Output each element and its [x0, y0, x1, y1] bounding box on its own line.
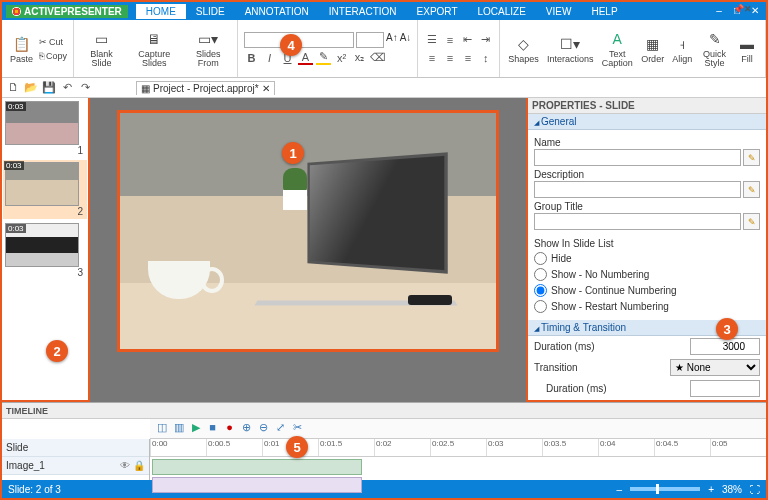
- clip-slide[interactable]: [152, 459, 362, 475]
- duration-input[interactable]: [690, 338, 760, 355]
- status-bar: Slide: 2 of 3 – + 38% ⛶: [2, 480, 766, 498]
- align-right-icon[interactable]: ≡: [460, 50, 475, 65]
- indent-icon[interactable]: ⇥: [478, 32, 493, 47]
- visibility-icon[interactable]: 👁 🔒: [120, 460, 145, 471]
- blank-slide-button[interactable]: ▭Blank Slide: [78, 27, 125, 70]
- transition-duration-input[interactable]: [690, 380, 760, 397]
- fill-button[interactable]: ▬Fill: [733, 32, 761, 66]
- align-button[interactable]: ⫞Align: [668, 32, 696, 66]
- interactions-button[interactable]: ☐▾Interactions: [543, 32, 598, 66]
- close-tab-icon[interactable]: ✕: [262, 83, 270, 94]
- line-spacing-icon[interactable]: ↕: [478, 50, 493, 65]
- shapes-button[interactable]: ◇Shapes: [504, 32, 543, 66]
- thumbnail-1[interactable]: 0:03 1: [5, 101, 85, 156]
- zoom-value: 38%: [722, 484, 742, 495]
- phone-graphic: [408, 295, 452, 305]
- radio-show-restart-numbering[interactable]: [534, 300, 547, 313]
- direction-input[interactable]: [690, 401, 760, 402]
- quick-style-button[interactable]: ✎Quick Style: [696, 27, 733, 70]
- cut-button[interactable]: ✂Cut: [37, 36, 69, 48]
- properties-header: PROPERTIES - SLIDE📌✕: [528, 98, 766, 114]
- timeline-toolbar: ◫ ▥ ▶ ■ ● ⊕ ⊖ ⤢ ✂: [150, 419, 766, 439]
- tl-record-icon[interactable]: ●: [222, 421, 237, 436]
- tab-view[interactable]: VIEW: [536, 4, 582, 19]
- bullets-icon[interactable]: ☰: [424, 32, 439, 47]
- description-label: Description: [534, 169, 760, 180]
- group-title-label: Group Title: [534, 201, 760, 212]
- redo-icon[interactable]: ↷: [78, 81, 92, 95]
- tl-snap-icon[interactable]: ◫: [154, 421, 169, 436]
- callout-4: 4: [280, 34, 302, 56]
- align-center-icon[interactable]: ≡: [442, 50, 457, 65]
- group-title-input[interactable]: [534, 213, 741, 230]
- capture-slides-button[interactable]: 🖥Capture Slides: [125, 27, 184, 70]
- timeline-lane[interactable]: 0:000:00.50:010:01.50:020:02.50:030:03.5…: [150, 439, 766, 480]
- tl-split-icon[interactable]: ✂: [290, 421, 305, 436]
- tab-help[interactable]: HELP: [581, 4, 627, 19]
- italic-button[interactable]: I: [262, 50, 277, 65]
- name-edit-button[interactable]: ✎: [743, 149, 760, 166]
- description-input[interactable]: [534, 181, 741, 198]
- tab-slide[interactable]: SLIDE: [186, 4, 235, 19]
- open-icon[interactable]: 📂: [24, 81, 38, 95]
- font-color-button[interactable]: A: [298, 50, 313, 65]
- copy-button[interactable]: ⎘Copy: [37, 50, 69, 62]
- callout-5: 5: [286, 436, 308, 458]
- new-icon[interactable]: 🗋: [6, 81, 20, 95]
- name-input[interactable]: [534, 149, 741, 166]
- tl-zoomout-icon[interactable]: ⊖: [256, 421, 271, 436]
- tab-interaction[interactable]: INTERACTION: [319, 4, 407, 19]
- outdent-icon[interactable]: ⇤: [460, 32, 475, 47]
- slide-preview[interactable]: [117, 110, 499, 352]
- order-button[interactable]: ▦Order: [637, 32, 668, 66]
- font-shrink-icon[interactable]: A↓: [400, 32, 412, 48]
- undo-icon[interactable]: ↶: [60, 81, 74, 95]
- app-brand: ACTIVEPRESENTER: [6, 5, 128, 18]
- text-caption-button[interactable]: AText Caption: [597, 27, 637, 70]
- section-general[interactable]: General: [528, 114, 766, 130]
- description-edit-button[interactable]: ✎: [743, 181, 760, 198]
- zoom-out-icon[interactable]: –: [617, 484, 623, 495]
- project-icon: ▦: [141, 83, 150, 94]
- tab-localize[interactable]: LOCALIZE: [468, 4, 536, 19]
- align-left-icon[interactable]: ≡: [424, 50, 439, 65]
- radio-hide[interactable]: [534, 252, 547, 265]
- font-grow-icon[interactable]: A↑: [386, 32, 398, 48]
- track-image[interactable]: Image_1👁 🔒: [2, 457, 149, 475]
- thumbnail-2[interactable]: 0:03 2: [3, 160, 87, 219]
- thumbnail-3[interactable]: 0:03 3: [5, 223, 85, 278]
- clear-format-button[interactable]: ⌫: [370, 50, 385, 65]
- group-title-edit-button[interactable]: ✎: [743, 213, 760, 230]
- track-slide[interactable]: Slide: [2, 439, 149, 457]
- zoom-slider[interactable]: [630, 487, 700, 491]
- project-tab[interactable]: ▦ Project - Project.approj* ✕: [136, 81, 275, 95]
- fit-icon[interactable]: ⛶: [750, 484, 760, 495]
- tl-play-icon[interactable]: ▶: [188, 421, 203, 436]
- paste-button[interactable]: 📋Paste: [6, 32, 37, 66]
- minimize-icon[interactable]: –: [712, 5, 726, 17]
- tab-home[interactable]: HOME: [136, 4, 186, 19]
- radio-show-continue-numbering[interactable]: [534, 284, 547, 297]
- numbering-icon[interactable]: ≡: [442, 32, 457, 47]
- tl-zoomfit-icon[interactable]: ⤢: [273, 421, 288, 436]
- transition-select[interactable]: ★ None: [670, 359, 760, 376]
- tab-annotation[interactable]: ANNOTATION: [235, 4, 319, 19]
- font-size-input[interactable]: [356, 32, 384, 48]
- transition-label: Transition: [534, 362, 578, 373]
- clip-image[interactable]: [152, 477, 362, 493]
- slides-from-button[interactable]: ▭▾Slides From: [184, 27, 233, 70]
- superscript-button[interactable]: x²: [334, 50, 349, 65]
- tl-stop-icon[interactable]: ■: [205, 421, 220, 436]
- tab-export[interactable]: EXPORT: [407, 4, 468, 19]
- radio-show-no-numbering[interactable]: [534, 268, 547, 281]
- tl-zoomin-icon[interactable]: ⊕: [239, 421, 254, 436]
- highlight-button[interactable]: ✎: [316, 50, 331, 65]
- timeline-panel: TIMELINE ◫ ▥ ▶ ■ ● ⊕ ⊖ ⤢ ✂ Slide Image_1…: [2, 402, 766, 480]
- tl-insert-icon[interactable]: ▥: [171, 421, 186, 436]
- subscript-button[interactable]: x₂: [352, 50, 367, 65]
- slide-canvas[interactable]: [90, 98, 526, 402]
- title-bar: ACTIVEPRESENTER HOME SLIDE ANNOTATION IN…: [2, 2, 766, 20]
- save-icon[interactable]: 💾: [42, 81, 56, 95]
- zoom-in-icon[interactable]: +: [708, 484, 714, 495]
- bold-button[interactable]: B: [244, 50, 259, 65]
